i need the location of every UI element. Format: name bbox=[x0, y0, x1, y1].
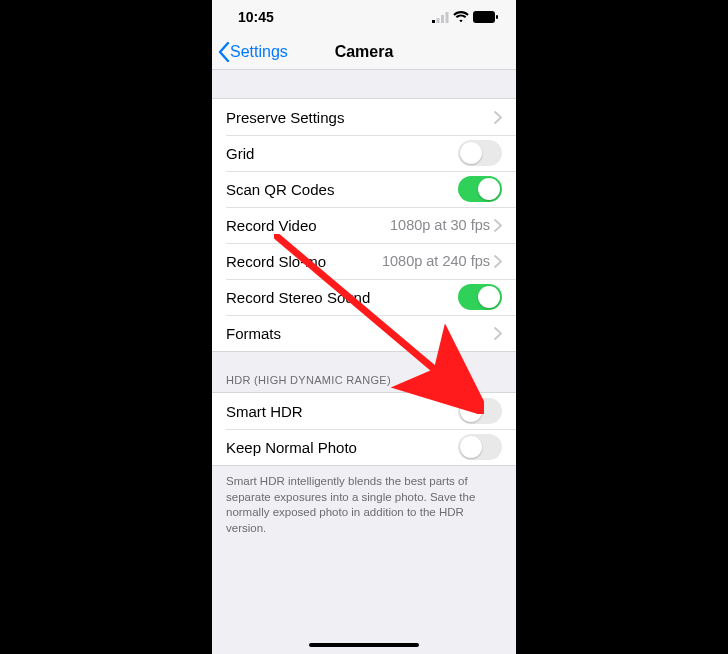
status-bar: 10:45 bbox=[212, 0, 516, 34]
row-grid: Grid bbox=[212, 135, 516, 171]
wifi-icon bbox=[453, 11, 469, 23]
back-button[interactable]: Settings bbox=[218, 42, 288, 62]
row-value: 1080p at 30 fps bbox=[390, 217, 490, 233]
page-title: Camera bbox=[335, 43, 394, 61]
row-label: Grid bbox=[226, 145, 458, 162]
row-label: Formats bbox=[226, 325, 494, 342]
smart-hdr-toggle[interactable] bbox=[458, 398, 502, 424]
cellular-icon bbox=[432, 12, 449, 23]
row-label: Scan QR Codes bbox=[226, 181, 458, 198]
svg-rect-0 bbox=[432, 20, 435, 23]
svg-rect-5 bbox=[496, 15, 498, 19]
row-label: Record Stereo Sound bbox=[226, 289, 458, 306]
row-formats[interactable]: Formats bbox=[212, 315, 516, 351]
row-label: Record Slo-mo bbox=[226, 253, 382, 270]
home-indicator bbox=[309, 643, 419, 647]
chevron-right-icon bbox=[494, 327, 502, 340]
svg-rect-2 bbox=[441, 15, 444, 23]
battery-icon bbox=[473, 11, 498, 23]
svg-rect-3 bbox=[446, 12, 449, 23]
row-record-video[interactable]: Record Video 1080p at 30 fps bbox=[212, 207, 516, 243]
chevron-right-icon bbox=[494, 255, 502, 268]
row-record-stereo: Record Stereo Sound bbox=[212, 279, 516, 315]
phone-frame: 10:45 Settings Camera Preserve Settings … bbox=[212, 0, 516, 654]
chevron-left-icon bbox=[218, 42, 230, 62]
nav-bar: Settings Camera bbox=[212, 34, 516, 70]
svg-rect-4 bbox=[473, 11, 495, 23]
svg-rect-1 bbox=[437, 18, 440, 23]
row-label: Preserve Settings bbox=[226, 109, 494, 126]
row-scan-qr: Scan QR Codes bbox=[212, 171, 516, 207]
record-stereo-toggle[interactable] bbox=[458, 284, 502, 310]
row-keep-normal: Keep Normal Photo bbox=[212, 429, 516, 465]
row-record-slomo[interactable]: Record Slo-mo 1080p at 240 fps bbox=[212, 243, 516, 279]
chevron-right-icon bbox=[494, 111, 502, 124]
settings-group-1: Preserve Settings Grid Scan QR Codes Rec… bbox=[212, 98, 516, 352]
scan-qr-toggle[interactable] bbox=[458, 176, 502, 202]
footer-note: Smart HDR intelligently blends the best … bbox=[212, 466, 516, 544]
row-label: Smart HDR bbox=[226, 403, 458, 420]
row-label: Keep Normal Photo bbox=[226, 439, 458, 456]
status-icons bbox=[432, 11, 498, 23]
grid-toggle[interactable] bbox=[458, 140, 502, 166]
spacer bbox=[212, 70, 516, 98]
row-smart-hdr: Smart HDR bbox=[212, 393, 516, 429]
chevron-right-icon bbox=[494, 219, 502, 232]
row-label: Record Video bbox=[226, 217, 390, 234]
row-preserve-settings[interactable]: Preserve Settings bbox=[212, 99, 516, 135]
section-header-hdr: HDR (HIGH DYNAMIC RANGE) bbox=[212, 352, 516, 392]
keep-normal-toggle[interactable] bbox=[458, 434, 502, 460]
back-label: Settings bbox=[230, 43, 288, 61]
status-time: 10:45 bbox=[238, 9, 274, 25]
settings-group-hdr: Smart HDR Keep Normal Photo bbox=[212, 392, 516, 466]
row-value: 1080p at 240 fps bbox=[382, 253, 490, 269]
